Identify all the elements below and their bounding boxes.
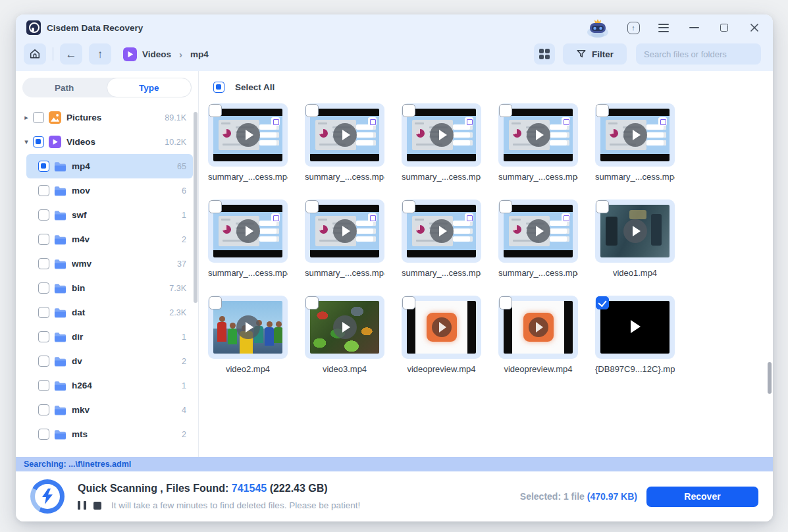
sidebar-item-label: h264 [72, 381, 182, 390]
file-checkbox[interactable] [596, 104, 609, 117]
sidebar-item-swf[interactable]: swf 1 [26, 203, 193, 227]
checkbox-unchecked[interactable] [38, 185, 49, 196]
caret-down-icon[interactable]: ▾ [21, 138, 32, 146]
search-input[interactable] [644, 49, 760, 59]
sidebar-item-bin[interactable]: bin 7.3K [26, 276, 193, 300]
file-card[interactable]: summary_...cess.mp4 [305, 200, 384, 278]
search-box[interactable] [636, 43, 761, 65]
file-checkbox[interactable] [596, 200, 609, 213]
item-count: 1 [182, 211, 186, 220]
file-checkbox[interactable] [499, 296, 512, 309]
filter-label: Filter [592, 49, 614, 59]
file-checkbox[interactable] [499, 104, 512, 117]
item-count: 37 [177, 259, 186, 269]
checkbox-unchecked[interactable] [38, 331, 49, 342]
file-checkbox[interactable] [402, 200, 415, 213]
checkbox-unchecked[interactable] [38, 258, 49, 269]
breadcrumb-root[interactable]: Videos [142, 49, 171, 59]
file-card[interactable]: summary_...cess.mp4 [498, 200, 578, 278]
update-icon[interactable]: ↑ [627, 21, 640, 34]
upgrade-mascot-icon[interactable] [586, 17, 610, 38]
sidebar-item-mp4[interactable]: mp4 65 [26, 154, 193, 178]
select-all-checkbox[interactable] [213, 82, 224, 93]
close-button[interactable] [748, 21, 761, 34]
file-checkbox[interactable] [305, 296, 319, 309]
file-card[interactable]: videopreview.mp4 [498, 296, 578, 374]
file-card[interactable]: videopreview.mp4 [402, 296, 481, 374]
file-card[interactable]: {DB897C9...12C}.mp4 [595, 296, 675, 374]
file-card[interactable]: summary_...cess.mp4 [595, 103, 675, 182]
file-card[interactable]: summary_...cess.mp4 [208, 103, 288, 182]
sidebar-item-wmv[interactable]: wmv 37 [26, 252, 193, 276]
checkbox-unchecked[interactable] [38, 209, 49, 221]
checkbox-unchecked[interactable] [38, 234, 49, 245]
breadcrumb-current[interactable]: mp4 [190, 49, 209, 59]
checkbox-indeterminate[interactable] [38, 161, 49, 172]
file-checkbox[interactable] [499, 200, 512, 213]
menu-icon[interactable] [657, 21, 670, 34]
sidebar-item-h264[interactable]: h264 1 [26, 373, 193, 398]
home-button[interactable] [24, 43, 46, 65]
item-count: 1 [182, 381, 186, 390]
checkbox-unchecked[interactable] [38, 380, 49, 391]
scan-label: Quick Scanning , Files Found: [78, 483, 232, 494]
sidebar-scrollbar[interactable] [194, 112, 197, 303]
pause-button[interactable] [78, 501, 80, 510]
checkbox-unchecked[interactable] [38, 429, 49, 440]
file-checkbox[interactable] [209, 104, 222, 117]
recover-button[interactable]: Recover [646, 487, 758, 507]
pause-button[interactable] [84, 501, 86, 510]
file-checkbox[interactable] [402, 104, 415, 117]
file-checkbox[interactable] [209, 296, 222, 309]
tab-type[interactable]: Type [107, 78, 192, 97]
file-card[interactable]: summary_...cess.mp4 [402, 200, 481, 278]
maximize-button[interactable] [718, 21, 731, 34]
file-checkbox[interactable] [402, 296, 415, 309]
file-card[interactable]: summary_...cess.mp4 [402, 103, 481, 182]
checkbox-unchecked[interactable] [38, 307, 49, 318]
item-count: 2.3K [169, 308, 186, 317]
file-checkbox[interactable] [209, 200, 222, 213]
sidebar-item-pictures[interactable]: ▸ Pictures 89.1K [21, 105, 193, 130]
back-button[interactable]: ← [60, 43, 82, 65]
stop-button[interactable] [93, 502, 101, 510]
file-checkbox-checked[interactable] [596, 296, 609, 309]
sidebar-item-videos[interactable]: ▾ Videos 10.2K [21, 130, 193, 154]
sidebar-item-dat[interactable]: dat 2.3K [26, 300, 193, 325]
file-card[interactable]: video2.mp4 [208, 296, 288, 374]
item-count: 1 [182, 332, 186, 342]
checkbox-unchecked[interactable] [33, 112, 44, 123]
grid-view-button[interactable] [534, 43, 555, 65]
sidebar-item-mov[interactable]: mov 6 [26, 178, 193, 203]
file-checkbox[interactable] [305, 200, 319, 213]
checkbox-unchecked[interactable] [38, 356, 49, 367]
up-button[interactable]: ↑ [89, 43, 111, 65]
sidebar-item-mkv[interactable]: mkv 4 [26, 398, 193, 422]
play-icon [236, 123, 260, 147]
sidebar-item-m4v[interactable]: m4v 2 [26, 227, 193, 252]
select-all[interactable]: Select All [212, 82, 773, 93]
sidebar-item-mts[interactable]: mts 2 [26, 422, 193, 446]
play-icon [623, 219, 647, 243]
sidebar-item-dv[interactable]: dv 2 [26, 349, 193, 373]
searching-strip: Searching: ...\f\inetres.adml [16, 457, 773, 471]
file-card[interactable]: summary_...cess.mp4 [498, 103, 578, 182]
caret-right-icon[interactable]: ▸ [21, 113, 32, 122]
checkbox-unchecked[interactable] [38, 282, 49, 294]
file-card[interactable]: video3.mp4 [305, 296, 384, 374]
filter-button[interactable]: Filter [563, 43, 627, 65]
tab-path[interactable]: Path [22, 78, 107, 97]
minimize-button[interactable] [687, 21, 700, 34]
file-name: summary_...cess.mp4 [402, 172, 481, 182]
item-count: 89.1K [165, 113, 186, 122]
file-card[interactable]: summary_...cess.mp4 [305, 103, 384, 182]
play-icon [427, 313, 457, 342]
checkbox-unchecked[interactable] [38, 404, 49, 415]
sidebar-item-dir[interactable]: dir 1 [26, 325, 193, 349]
file-card[interactable]: summary_...cess.mp4 [208, 200, 288, 278]
checkbox-indeterminate[interactable] [33, 136, 44, 147]
play-icon [333, 315, 357, 339]
content-scrollbar[interactable] [768, 362, 772, 394]
file-card[interactable]: video1.mp4 [595, 200, 675, 278]
file-checkbox[interactable] [305, 104, 319, 117]
